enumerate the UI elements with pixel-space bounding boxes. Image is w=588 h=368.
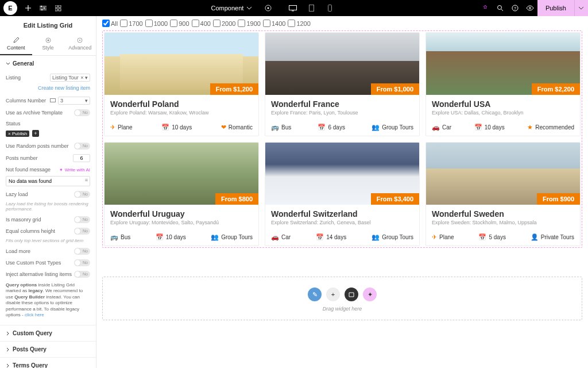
card-subtitle: Explore France: Paris, Lyon, Toulouse: [271, 110, 413, 116]
tag-icon: ❤: [221, 124, 226, 131]
not-found-label: Not found message: [6, 167, 59, 172]
svg-rect-3: [55, 5, 57, 7]
ai-button[interactable]: ✦: [363, 288, 377, 301]
svg-rect-4: [59, 5, 61, 7]
legacy-click-here[interactable]: click here: [25, 312, 44, 317]
tab-style[interactable]: Style: [32, 33, 64, 55]
inject-label: Inject alternative listing items: [6, 271, 74, 277]
price-tag: From $3,400: [371, 193, 419, 205]
filter-opt[interactable]: 1200: [288, 20, 310, 27]
device-mobile[interactable]: [324, 5, 335, 12]
device-desktop[interactable]: [287, 5, 299, 12]
settings-icon[interactable]: [36, 0, 51, 16]
card-title: Wonderful Sweden: [432, 209, 574, 218]
add-widget-icon[interactable]: [21, 0, 36, 16]
status-badge[interactable]: × Publish: [6, 131, 29, 137]
lazy-label: Lazy load: [6, 191, 74, 197]
search-icon[interactable]: [493, 0, 508, 16]
duration-label: 10 days: [172, 124, 192, 131]
custom-post-types-toggle[interactable]: [74, 259, 90, 266]
card-footer: ✈Plane📅5 days👤Private Tours: [426, 230, 580, 246]
filter-opt[interactable]: 2000: [213, 20, 235, 27]
drop-widget-zone[interactable]: ✎ + ✦ Drag widget here: [102, 277, 582, 320]
status-add[interactable]: +: [32, 130, 39, 137]
listing-select[interactable]: Listing Tour × ▾: [50, 74, 90, 82]
archive-template-toggle[interactable]: [74, 109, 90, 116]
not-found-input[interactable]: [6, 176, 90, 186]
component-dropdown[interactable]: Component: [208, 5, 256, 12]
card-image: From $800: [105, 143, 258, 205]
add-template-button[interactable]: [345, 288, 358, 301]
filter-opt[interactable]: 1000: [145, 20, 168, 27]
elementor-logo[interactable]: E: [3, 1, 17, 15]
tag-icon: 👥: [372, 124, 380, 131]
filter-opt[interactable]: 400: [192, 20, 211, 27]
transport-label: Plane: [439, 234, 454, 240]
svg-point-15: [529, 7, 531, 9]
duration-label: 14 days: [326, 234, 346, 240]
add-section-button[interactable]: ✎: [308, 288, 322, 301]
card-subtitle: Explore Uruguay: Montevideo, Salto, Pays…: [110, 220, 253, 225]
filter-opt[interactable]: 1400: [263, 20, 285, 27]
transport-icon: 🚌: [110, 233, 118, 241]
svg-rect-10: [309, 5, 314, 12]
card-subtitle: Explore Poland: Warsaw, Krakow, Wroclaw: [110, 110, 253, 116]
preview-icon[interactable]: [523, 0, 537, 16]
tag-icon: 👥: [372, 233, 380, 241]
eqcol-label: Equal columns height: [6, 228, 74, 234]
listing-grid-widget[interactable]: From $1,200Wonderful PolandExplore Polan…: [102, 30, 582, 248]
publish-button[interactable]: Publish: [537, 0, 574, 16]
inject-listing-toggle[interactable]: [74, 271, 90, 278]
write-with-ai-link[interactable]: ✦ Write with AI: [59, 167, 90, 172]
tab-advanced[interactable]: Advanced: [64, 33, 96, 55]
masonry-toggle[interactable]: [74, 216, 90, 223]
section-custom-query[interactable]: Custom Query: [0, 325, 96, 341]
card-subtitle: Explore Sweden: Stockholm, Malmo, Uppsal…: [432, 220, 574, 225]
gear-icon: [76, 37, 83, 44]
price-tag: From $900: [537, 193, 580, 205]
section-terms-query[interactable]: Terms Query: [0, 357, 96, 368]
listing-card[interactable]: From $900Wonderful SwedenExplore Sweden:…: [425, 142, 581, 246]
card-title: Wonderful USA: [432, 99, 574, 109]
card-image: From $1,000: [265, 33, 419, 95]
listing-card[interactable]: From $800Wonderful UruguayExplore Urugua…: [104, 142, 259, 246]
tour-type-label: Group Tours: [382, 234, 413, 240]
svg-point-2: [41, 9, 42, 10]
listing-card[interactable]: From $2,200Wonderful USAExplore USA: Dal…: [425, 32, 581, 136]
calendar-icon: 📅: [316, 233, 324, 241]
help-icon[interactable]: ?: [508, 0, 523, 16]
svg-rect-9: [289, 5, 297, 10]
publish-options[interactable]: [574, 0, 588, 16]
load-more-toggle[interactable]: [74, 248, 90, 255]
dynamic-tags-icon[interactable]: ≡: [85, 177, 88, 183]
card-body: Wonderful SwedenExplore Sweden: Stockhol…: [426, 205, 580, 230]
tab-content[interactable]: Content: [0, 33, 32, 55]
lazy-load-toggle[interactable]: [74, 191, 90, 198]
random-posts-toggle[interactable]: [74, 143, 90, 150]
listing-card[interactable]: From $1,000Wonderful FranceExplore Franc…: [265, 32, 420, 136]
listing-card[interactable]: From $1,200Wonderful PolandExplore Polan…: [104, 32, 259, 136]
filter-all[interactable]: All: [102, 20, 118, 27]
card-footer: 🚌Bus📅6 days👥Group Tours: [265, 120, 419, 136]
structure-icon[interactable]: [51, 0, 65, 16]
equal-columns-toggle[interactable]: [74, 228, 90, 235]
legacy-note: Query options inside Listing Grid marked…: [6, 280, 90, 320]
filter-opt[interactable]: 1900: [238, 20, 260, 27]
caret-right-icon: [6, 347, 10, 352]
device-tablet[interactable]: [305, 5, 317, 12]
tour-type-label: Group Tours: [382, 124, 413, 131]
section-general[interactable]: General: [0, 56, 96, 71]
editor-sidebar: Edit Listing Grid Content Style Advanced…: [0, 16, 96, 368]
notifications-icon[interactable]: [478, 0, 493, 16]
posts-number-input[interactable]: [73, 154, 90, 162]
columns-select[interactable]: 3 ▾: [58, 97, 90, 105]
add-element-button[interactable]: +: [326, 288, 340, 301]
tag-icon: 👤: [531, 233, 539, 241]
filter-opt[interactable]: 900: [170, 20, 189, 27]
listing-card[interactable]: From $3,400Wonderful SwitzerlandExplore …: [265, 142, 420, 246]
filter-opt[interactable]: 1700: [120, 20, 142, 27]
create-listing-link[interactable]: Create new listing item: [6, 84, 90, 94]
section-posts-query[interactable]: Posts Query: [0, 341, 96, 357]
page-settings-icon[interactable]: [261, 0, 276, 16]
chevron-down-icon: ▾: [85, 98, 88, 103]
